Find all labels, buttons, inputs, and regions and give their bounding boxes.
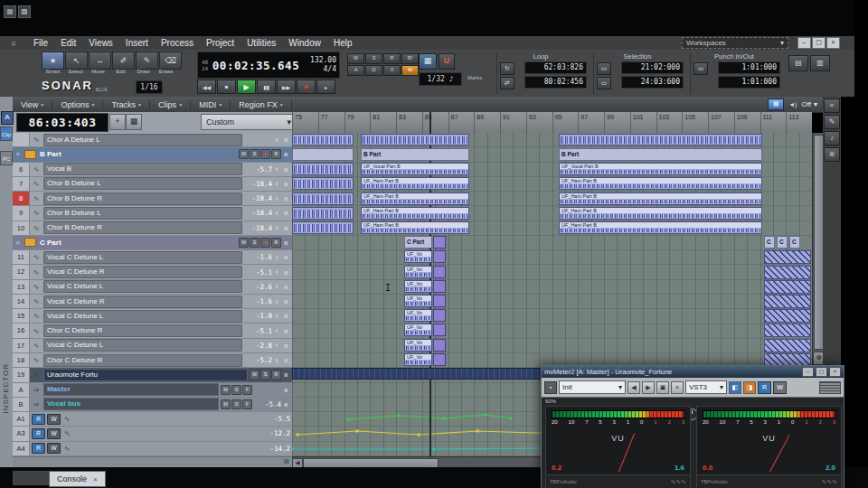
track-row-12[interactable]: 12∿Vocal C Detune R-5.1‖≣ (13, 265, 292, 279)
clip-midi[interactable] (764, 324, 811, 337)
track-row-9[interactable]: 9∿Chor B Detune L-18.4‖≣ (13, 206, 292, 221)
track-number[interactable]: 10 (13, 221, 30, 235)
clip-uf-vocal-part-b[interactable]: UF_Vocal Part B (559, 163, 762, 175)
write-button[interactable]: W (47, 428, 61, 439)
clip-uf-vo[interactable]: UF_Vo (404, 266, 432, 278)
track-control-preset-dropdown[interactable]: Custom ▾ (201, 114, 297, 130)
row-options-icon[interactable]: ≣ (281, 401, 290, 408)
fader-icon[interactable]: ‖ (272, 269, 281, 275)
erase-tool-button[interactable]: ⌫ (159, 52, 182, 70)
fader-icon[interactable]: ‖ (272, 299, 281, 305)
now-time-display[interactable]: 86:03:403 (16, 113, 108, 132)
menu-edit[interactable]: Edit (54, 38, 82, 48)
punch-in-time[interactable]: 1:01:000 (718, 61, 780, 74)
clip-wave[interactable] (292, 221, 354, 234)
folder-record-button[interactable]: ● (260, 238, 270, 248)
track-name[interactable]: Chor A Detune L (43, 134, 242, 146)
row-options-icon[interactable]: ≣ (281, 343, 290, 349)
track-number[interactable]: 11 (13, 250, 30, 264)
fader-icon[interactable]: ‖ (272, 255, 281, 260)
selection-end-icon[interactable]: ▭ (597, 77, 611, 89)
clip-uf-vo[interactable]: UF_Vo (404, 280, 432, 293)
row-options-icon[interactable]: ≣ (281, 313, 290, 319)
draw-tool-button[interactable]: ✎ (136, 52, 158, 70)
resize-corner-icon[interactable]: ⊞ (283, 457, 289, 465)
minimize-button[interactable]: – (797, 37, 811, 49)
fader-icon[interactable]: ‖ (272, 137, 281, 143)
track-volume[interactable]: -2.6 (243, 283, 272, 291)
trackview-menu-clips[interactable]: Clips▾ (150, 100, 191, 109)
track-name[interactable]: Vocal C Detune L (43, 339, 242, 352)
punch-icon[interactable]: ▭ (693, 62, 708, 75)
track-volume[interactable]: -18.4 (243, 180, 272, 188)
ruler-measure-93[interactable]: 93 (526, 112, 552, 133)
fader-icon[interactable]: ‖ (272, 328, 281, 333)
track-number[interactable]: 16 (13, 324, 30, 337)
bus-f-button[interactable]: F (242, 385, 252, 395)
row-options-icon[interactable]: ≣ (281, 151, 290, 157)
ruler-measure-79[interactable]: 79 (344, 112, 371, 133)
track-name[interactable]: Chor B Detune R (43, 221, 242, 234)
trackview-menu-midi[interactable]: MIDI▾ (191, 100, 231, 109)
edit-tool-button[interactable]: ✐ (112, 52, 135, 70)
loop-toggle-icon[interactable]: ⇄ (500, 77, 514, 89)
automation-lane-id[interactable]: A3 (13, 427, 30, 440)
track-name[interactable]: Vocal C Detune L (43, 251, 242, 264)
fx-off-dropdown[interactable]: Off ▾ (801, 100, 817, 108)
clip-c[interactable]: C (764, 236, 775, 249)
automation-read-button[interactable]: R (758, 381, 771, 394)
clip-label[interactable] (292, 148, 354, 161)
folder-r-button[interactable]: R (271, 149, 281, 159)
clip-midi[interactable] (764, 266, 811, 279)
clip-wave[interactable] (292, 192, 354, 205)
track-row-A[interactable]: A⇒MasterMSF≣ (13, 383, 292, 398)
preset-prev-icon[interactable]: ◀ (627, 381, 640, 394)
track-number[interactable] (13, 133, 30, 146)
row-options-icon[interactable]: ≣ (281, 298, 290, 305)
track-name[interactable]: Vocal C Detune R (43, 266, 242, 278)
track-name[interactable]: Vocal C Detune R (43, 296, 242, 308)
track-row-A4[interactable]: A4RW∿-14.2 (13, 442, 292, 456)
tool-a-icon[interactable]: « (824, 99, 840, 113)
panel-layout-button[interactable]: ▤ (788, 55, 808, 71)
automation-value[interactable]: -12.2 (261, 429, 290, 437)
selection-end-time[interactable]: 24:03:600 (621, 76, 684, 89)
clip-uf-ham-part-b[interactable]: UF_Ham Part B (559, 221, 762, 234)
workspaces-dropdown[interactable]: Workspaces ▾ (682, 37, 788, 49)
track-row-10[interactable]: 10∿Chor B Detune R-18.4‖≣ (13, 221, 292, 236)
write-button[interactable]: W (47, 443, 61, 454)
bus-letter[interactable]: A (13, 383, 30, 397)
menu-insert[interactable]: Insert (119, 38, 155, 48)
ruler-measure-99[interactable]: 99 (604, 112, 630, 133)
clip-wave[interactable] (361, 134, 469, 145)
track-volume[interactable]: -5.7 (243, 165, 272, 174)
ruler-measure-97[interactable]: 97 (578, 112, 604, 133)
clip-mini[interactable] (433, 324, 446, 336)
track-name[interactable]: Chor C Detune R (43, 354, 242, 367)
clip-c[interactable]: C (777, 236, 788, 249)
xray-icon[interactable]: ▦ (768, 99, 784, 110)
row-options-icon[interactable]: ≣ (281, 225, 290, 231)
track-row-13[interactable]: 13∿Vocal C Detune L-2.6‖≣ (13, 280, 292, 295)
clip-mini[interactable] (433, 280, 446, 293)
tool-c-icon[interactable]: ♪ (824, 131, 840, 145)
bus-m-button[interactable]: M (221, 399, 231, 409)
track-name[interactable]: Vocal B (43, 163, 242, 175)
clip-mini[interactable] (433, 309, 446, 322)
clip-wave[interactable] (559, 134, 762, 145)
console-tab[interactable]: Console × (49, 471, 106, 487)
plugin-maximize-button[interactable]: ▢ (816, 367, 827, 377)
track-number[interactable]: 17 (13, 339, 30, 352)
clip-mini[interactable] (433, 250, 446, 263)
track-row-A1[interactable]: A1RW∿-5.5 (13, 412, 292, 427)
ruler-measure-81[interactable]: 81 (370, 112, 396, 133)
row-options-icon[interactable]: ≣ (281, 284, 290, 290)
clip-midi[interactable] (764, 295, 811, 308)
save-preset-icon[interactable]: ▣ (656, 381, 669, 394)
clip-c-part[interactable]: C Part (404, 236, 432, 249)
menu-project[interactable]: Project (200, 38, 241, 48)
pause-button[interactable]: ▮▮ (257, 80, 276, 94)
bus-letter[interactable]: B (13, 398, 30, 411)
rewind-button[interactable]: ◀◀ (197, 80, 216, 94)
global-x-button[interactable]: X (383, 65, 401, 76)
